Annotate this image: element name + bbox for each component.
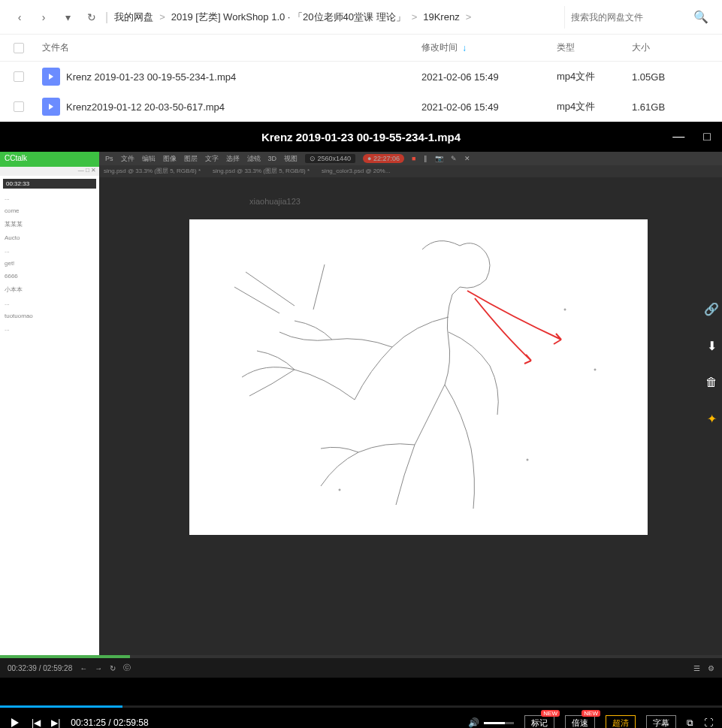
delete-icon[interactable]: 🗑 [705, 376, 717, 389]
next-icon[interactable]: → [95, 664, 102, 672]
rec-badge: ● 22:27:06 [363, 154, 404, 163]
prev-icon[interactable]: ← [80, 664, 87, 672]
resolution-badge: ⊙ 2560x1440 [305, 154, 355, 163]
chat-item: ... [3, 322, 96, 335]
bc-folder1[interactable]: 2019 [艺类] WorkShop 1.0 · 「20位老师40堂课 理论」 [167, 11, 410, 24]
ps-logo-icon: Ps [105, 155, 113, 162]
bc-folder2[interactable]: 19Krenz [418, 11, 464, 23]
video-file-icon [42, 98, 60, 116]
video-file-icon [42, 68, 60, 86]
menu-item[interactable]: 视图 [284, 154, 298, 164]
list-icon[interactable]: ☰ [693, 664, 700, 672]
chat-item: 小本本 [3, 282, 96, 297]
menu-item[interactable]: 文件 [121, 154, 134, 164]
video-content: CCtalk — □ ✕ 00:32:33 ... come 某某某 Aucto… [0, 152, 722, 678]
separator: | [105, 11, 108, 24]
settings-icon[interactable]: ⚙ [708, 664, 714, 672]
date-label: 修改时间 [421, 41, 458, 54]
file-name: Krenz 2019-01-23 00-19-55-234-1.mp4 [66, 71, 236, 83]
file-size: 1.61GB [632, 101, 722, 113]
refresh-button[interactable]: ↻ [80, 5, 104, 29]
pip-icon[interactable]: ⧉ [687, 717, 693, 728]
col-type-header[interactable]: 类型 [557, 41, 632, 54]
search-box: 🔍 [564, 6, 714, 29]
next-track-icon[interactable]: ▶| [51, 717, 60, 728]
cc-icon[interactable]: ⓒ [123, 663, 131, 673]
cctalk-wincontrols: — □ ✕ [0, 167, 99, 176]
col-check[interactable] [0, 43, 38, 53]
col-size-header[interactable]: 大小 [632, 41, 722, 54]
prev-track-icon[interactable]: |◀ [32, 717, 41, 728]
ps-tabs: sing.psd @ 33.3% (图层 5, RGB/8) * sing.ps… [99, 165, 722, 177]
svg-point-2 [527, 459, 528, 461]
chat-item: get! [3, 257, 96, 270]
camera-icon[interactable]: 📷 [435, 155, 443, 162]
video-player: Krenz 2019-01-23 00-19-55-234-1.mp4 — □ … [0, 122, 722, 728]
col-date-header[interactable]: 修改时间↓ [421, 41, 557, 54]
sort-arrow-icon: ↓ [462, 43, 467, 53]
link-icon[interactable]: 🔗 [704, 302, 719, 316]
watermark: xiaohuajia123 [249, 197, 301, 206]
dropdown-button[interactable]: ▾ [56, 5, 80, 29]
table-row[interactable]: Krenz2019-01-12 20-03-50-617.mp4 2021-02… [0, 92, 722, 122]
file-date: 2021-02-06 15:49 [421, 101, 557, 113]
replay-icon[interactable]: ↻ [110, 664, 116, 672]
video-title: Krenz 2019-01-23 00-19-55-234-1.mp4 [261, 131, 461, 143]
mark-button[interactable]: 标记NEW [524, 715, 554, 729]
video-titlebar: Krenz 2019-01-23 00-19-55-234-1.mp4 — □ [0, 122, 722, 152]
chat-item: 某某某 [3, 217, 96, 231]
bc-sep: > [410, 11, 419, 23]
subtitle-button[interactable]: 字幕 [646, 715, 676, 729]
inner-time: 00:32:39 / 02:59:28 [8, 664, 72, 672]
menu-item[interactable]: 编辑 [142, 154, 156, 164]
chat-item: Aucto [3, 231, 96, 244]
new-badge: NEW [582, 710, 600, 717]
close-icon[interactable]: ✕ [464, 155, 470, 162]
volume-icon[interactable]: 🔊 [468, 717, 514, 728]
menu-item[interactable]: 选择 [226, 154, 240, 164]
edit-icon[interactable]: ✎ [451, 155, 457, 162]
search-icon[interactable]: 🔍 [693, 10, 708, 24]
svg-point-1 [594, 369, 596, 370]
table-row[interactable]: Krenz 2019-01-23 00-19-55-234-1.mp4 2021… [0, 62, 722, 92]
checkbox-all[interactable] [14, 43, 24, 53]
col-name-header[interactable]: 文件名 [38, 41, 421, 54]
menu-item[interactable]: 滤镜 [247, 154, 261, 164]
menu-item[interactable]: 文字 [205, 154, 219, 164]
pause-icon[interactable]: ‖ [424, 155, 427, 162]
cctalk-chat: 00:32:33 ... come 某某某 Aucto ... get! 666… [0, 176, 99, 338]
menu-item[interactable]: 图层 [184, 154, 198, 164]
file-date: 2021-02-06 15:49 [421, 71, 557, 83]
right-toolbar: 🔗 ⬇ 🗑 ✦ [701, 302, 722, 426]
search-input[interactable] [571, 12, 693, 23]
back-button[interactable]: ‹ [8, 5, 32, 29]
cctalk-header: CCtalk [0, 152, 99, 167]
breadcrumb: 我的网盘 > 2019 [艺类] WorkShop 1.0 · 「20位老师40… [110, 11, 564, 24]
chat-item: tuotuomao [3, 310, 96, 322]
bc-sep: > [158, 11, 167, 23]
menu-item[interactable]: 图像 [163, 154, 177, 164]
photoshop-window: Ps 文件 编辑 图像 图层 文字 选择 滤镜 3D 视图 ⊙ 2560x144… [99, 152, 722, 678]
play-icon[interactable] [9, 717, 21, 728]
quality-button[interactable]: 超清 [606, 715, 636, 729]
fullscreen-icon[interactable]: ⛶ [704, 717, 713, 728]
bc-root[interactable]: 我的网盘 [110, 11, 158, 24]
checkbox[interactable] [14, 101, 24, 112]
svg-point-0 [564, 309, 566, 310]
outer-controls: |◀ ▶| 00:31:25 / 02:59:58 🔊 标记NEW 倍速NEW … [0, 708, 722, 728]
chat-item: come [3, 204, 96, 217]
stop-icon[interactable]: ■ [412, 155, 415, 162]
download-icon[interactable]: ⬇ [707, 339, 717, 353]
bc-sep: > [464, 11, 473, 23]
maximize-icon[interactable]: □ [703, 130, 711, 143]
new-badge: NEW [541, 710, 560, 717]
checkbox[interactable] [14, 71, 24, 82]
star-icon[interactable]: ✦ [707, 412, 717, 426]
canvas-area [189, 219, 648, 535]
chat-item: ... [3, 192, 96, 204]
menu-item[interactable]: 3D [268, 155, 277, 162]
minimize-icon[interactable]: — [672, 130, 684, 143]
speed-button[interactable]: 倍速NEW [565, 715, 595, 729]
file-type: mp4文件 [557, 70, 632, 83]
forward-button[interactable]: › [32, 5, 56, 29]
